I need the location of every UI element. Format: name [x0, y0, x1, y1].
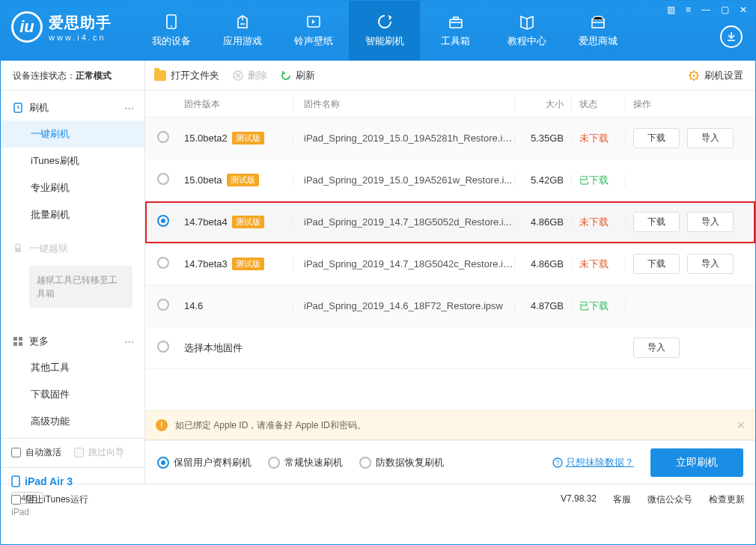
row-size: 4.87GB [515, 300, 572, 311]
nav-item-2[interactable]: 铃声壁纸 [278, 1, 349, 61]
row-size: 4.86GB [515, 216, 572, 228]
nav-item-6[interactable]: 爱思商城 [562, 1, 633, 61]
delete-button[interactable]: 删除 [233, 69, 267, 82]
gear-icon [688, 70, 700, 82]
beta-badge: 测试版 [232, 132, 264, 144]
minimize-icon[interactable]: — [698, 3, 713, 16]
table-body: 15.0beta2测试版iPad_Spring_2019_15.0_19A528… [145, 118, 755, 369]
local-firmware-label: 选择本地固件 [184, 342, 243, 353]
mode-fast[interactable]: 常规快速刷机 [268, 456, 343, 469]
maximize-icon[interactable]: ▢ [718, 3, 732, 16]
auto-activate-checkbox[interactable]: 自动激活 [11, 446, 61, 459]
header-version[interactable]: 固件版本 [181, 96, 293, 112]
row-filename: iPad_Spring_2019_15.0_19A5281h_Restore.i… [304, 133, 514, 144]
svg-rect-10 [13, 342, 17, 346]
table-row-local[interactable]: 选择本地固件导入 [145, 327, 755, 369]
delete-icon [233, 70, 243, 81]
svg-rect-12 [12, 476, 19, 487]
row-status: 未下载 [579, 258, 609, 270]
nav-item-0[interactable]: 我的设备 [135, 1, 207, 61]
table-row[interactable]: 15.0beta测试版iPad_Spring_2019_15.0_19A5261… [145, 159, 755, 201]
header-name[interactable]: 固件名称 [293, 96, 515, 112]
sidebar-item-flash-3[interactable]: 批量刷机 [1, 201, 144, 228]
sidebar-head-flash[interactable]: 刷机 ⋯ [1, 95, 144, 121]
download-button[interactable]: 下载 [633, 128, 680, 148]
support-link[interactable]: 客服 [613, 493, 631, 506]
table-row[interactable]: 15.0beta2测试版iPad_Spring_2019_15.0_19A528… [145, 118, 755, 159]
row-radio[interactable] [157, 341, 169, 353]
row-version: 15.0beta2 [184, 133, 228, 144]
sidebar-item-more-1[interactable]: 下载固件 [1, 381, 144, 408]
sidebar-head-more[interactable]: 更多 ⋯ [1, 329, 144, 354]
refresh-icon [281, 70, 291, 81]
beta-badge: 测试版 [232, 216, 264, 228]
row-version: 14.7beta3 [184, 258, 228, 270]
import-button[interactable]: 导入 [687, 212, 734, 232]
table-row[interactable]: 14.6iPad_Spring_2019_14.6_18F72_Restore.… [145, 285, 755, 327]
row-size: 5.35GB [515, 133, 572, 144]
header-size[interactable]: 大小 [515, 96, 572, 112]
skip-guide-checkbox[interactable]: 跳过向导 [74, 446, 124, 459]
close-hint-button[interactable]: × [737, 418, 745, 433]
nav-item-3[interactable]: 智能刷机 [349, 1, 420, 61]
sidebar-item-flash-0[interactable]: 一键刷机 [1, 121, 144, 147]
download-manager-button[interactable] [720, 25, 743, 48]
mode-keep-data[interactable]: 保留用户资料刷机 [157, 456, 252, 469]
svg-rect-11 [19, 342, 22, 346]
header-ops: 操作 [626, 96, 755, 112]
connection-status: 设备连接状态：正常模式 [1, 61, 144, 91]
row-radio[interactable] [157, 215, 169, 227]
row-version: 14.7beta4 [184, 216, 228, 228]
folder-icon [154, 70, 166, 81]
sidebar-item-more-0[interactable]: 其他工具 [1, 354, 144, 381]
nav-item-1[interactable]: 应用游戏 [207, 1, 278, 61]
toolbar: 打开文件夹 删除 刷新 刷机设置 [145, 61, 755, 91]
row-size: 4.86GB [515, 258, 572, 270]
svg-rect-8 [13, 337, 17, 341]
sidebar-item-flash-1[interactable]: iTunes刷机 [1, 147, 144, 174]
svg-rect-7 [15, 248, 21, 252]
download-button[interactable]: 下载 [633, 212, 680, 232]
beta-badge: 测试版 [227, 174, 259, 186]
open-folder-button[interactable]: 打开文件夹 [154, 69, 219, 82]
row-radio[interactable] [157, 257, 169, 269]
table-row[interactable]: 14.7beta3测试版iPad_Spring_2019_14.7_18G504… [145, 243, 755, 285]
row-radio[interactable] [157, 173, 169, 185]
flash-settings-button[interactable]: 刷机设置 [704, 69, 743, 82]
lock-icon [13, 243, 23, 254]
wechat-link[interactable]: 微信公众号 [647, 493, 692, 506]
download-button[interactable]: 下载 [633, 254, 680, 274]
import-button[interactable]: 导入 [633, 338, 680, 358]
nav-item-5[interactable]: 教程中心 [491, 1, 562, 61]
check-update-link[interactable]: 检查更新 [709, 493, 745, 506]
sidebar-item-flash-2[interactable]: 专业刷机 [1, 174, 144, 201]
block-itunes-checkbox[interactable]: 阻止iTunes运行 [11, 493, 88, 506]
nav-item-4[interactable]: 工具箱 [420, 1, 491, 61]
menu-icon[interactable]: ≡ [683, 3, 694, 16]
row-status: 已下载 [579, 300, 609, 311]
table-row[interactable]: 14.7beta4测试版iPad_Spring_2019_14.7_18G505… [145, 201, 755, 243]
svg-text:?: ? [555, 459, 559, 466]
device-icon [11, 475, 20, 487]
row-radio[interactable] [157, 131, 169, 143]
start-flash-button[interactable]: 立即刷机 [650, 448, 743, 477]
content-area: 打开文件夹 删除 刷新 刷机设置 固件版本 固件名称 大小 状态 操作 15.0… [145, 61, 755, 484]
import-button[interactable]: 导入 [687, 128, 734, 148]
sidebar-item-more-2[interactable]: 高级功能 [1, 408, 144, 435]
erase-only-link[interactable]: ? 只想抹除数据？ [552, 456, 634, 469]
nav-icon [376, 13, 394, 30]
collapse-icon[interactable]: ⋯ [124, 336, 132, 347]
nav-icon [447, 13, 465, 30]
row-radio[interactable] [157, 299, 169, 311]
header-status[interactable]: 状态 [572, 96, 626, 112]
close-icon[interactable]: ✕ [737, 3, 750, 16]
collapse-icon[interactable]: ⋯ [124, 103, 132, 114]
skin-icon[interactable]: ▥ [664, 3, 678, 16]
brand-logo-icon: iu [11, 11, 43, 43]
sidebar-options: 自动激活 跳过向导 [1, 438, 144, 467]
row-status: 未下载 [579, 133, 609, 144]
import-button[interactable]: 导入 [687, 254, 734, 274]
info-icon: ? [552, 457, 563, 468]
refresh-button[interactable]: 刷新 [281, 69, 315, 82]
mode-anti-recover[interactable]: 防数据恢复刷机 [359, 456, 444, 469]
